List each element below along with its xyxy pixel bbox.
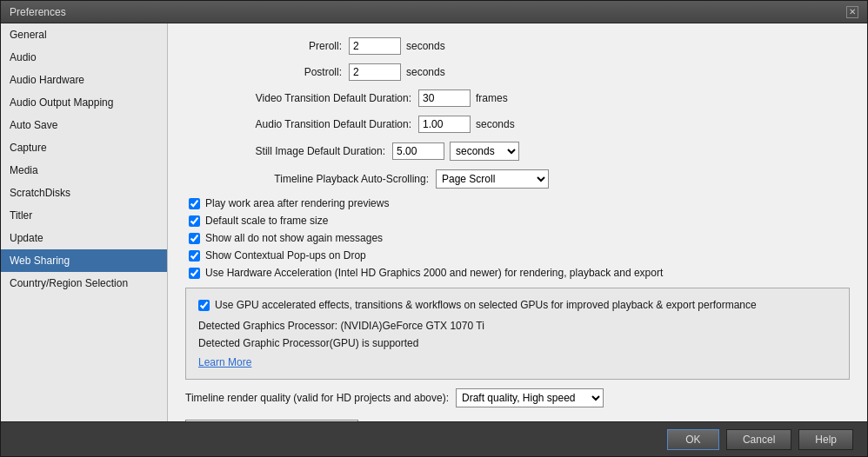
- checkbox-play-work-area: Play work area after rendering previews: [185, 197, 850, 209]
- checkbox-hardware-accel-label: Use Hardware Acceleration (Intel HD Grap…: [205, 267, 663, 279]
- checkbox-show-all-label: Show all do not show again messages: [205, 232, 383, 244]
- render-quality-select[interactable]: Draft quality, High speed Maximum qualit…: [456, 388, 604, 407]
- postroll-label: Postroll:: [185, 66, 342, 78]
- still-image-unit-select[interactable]: seconds frames: [450, 142, 519, 161]
- postroll-input[interactable]: [349, 63, 401, 81]
- still-image-input[interactable]: [392, 142, 444, 160]
- audio-transition-row: Audio Transition Default Duration: secon…: [185, 116, 850, 133]
- gpu-detected-processor-label: Detected Graphics Processor:: [198, 320, 337, 332]
- sidebar-item-titler[interactable]: Titler: [1, 204, 167, 227]
- video-transition-row: Video Transition Default Duration: frame…: [185, 89, 850, 107]
- help-button[interactable]: Help: [798, 429, 853, 450]
- checkbox-contextual-popups-input[interactable]: [189, 250, 200, 262]
- titlebar: Preferences ✕: [1, 1, 867, 23]
- checkbox-contextual-popups-label: Show Contextual Pop-ups on Drop: [205, 249, 366, 262]
- timeline-playback-row: Timeline Playback Auto-Scrolling: Page S…: [185, 169, 850, 189]
- footer: OK Cancel Help: [1, 421, 867, 456]
- checkbox-default-scale: Default scale to frame size: [185, 215, 850, 227]
- preroll-unit: seconds: [406, 40, 445, 52]
- gpu-checkbox-input[interactable]: [198, 300, 210, 311]
- gpu-checkbox-row: Use GPU accelerated effects, transitions…: [198, 299, 837, 311]
- ok-button[interactable]: OK: [667, 429, 719, 450]
- preroll-label: Preroll:: [185, 40, 342, 52]
- preferences-dialog: Preferences ✕ General Audio Audio Hardwa…: [0, 0, 868, 457]
- checkbox-hardware-accel: Use Hardware Acceleration (Intel HD Grap…: [185, 267, 850, 279]
- learn-more-button[interactable]: Learn More: [198, 356, 251, 368]
- sidebar: General Audio Audio Hardware Audio Outpu…: [1, 23, 168, 421]
- checkbox-play-work-area-label: Play work area after rendering previews: [205, 197, 389, 209]
- timeline-playback-label: Timeline Playback Auto-Scrolling:: [185, 173, 429, 185]
- postroll-unit: seconds: [406, 66, 445, 78]
- checkbox-play-work-area-input[interactable]: [189, 198, 200, 209]
- sidebar-item-media[interactable]: Media: [1, 159, 167, 182]
- still-image-label: Still Image Default Duration:: [185, 145, 385, 157]
- audio-transition-unit: seconds: [476, 118, 515, 130]
- checkbox-default-scale-label: Default scale to frame size: [205, 215, 328, 227]
- checkbox-show-all: Show all do not show again messages: [185, 232, 850, 244]
- preroll-row: Preroll: seconds: [185, 37, 850, 55]
- sidebar-item-auto-save[interactable]: Auto Save: [1, 114, 167, 136]
- sidebar-item-audio-output-mapping[interactable]: Audio Output Mapping: [1, 91, 167, 114]
- main-panel: Preroll: seconds Postroll: seconds Video…: [168, 23, 867, 421]
- content-area: General Audio Audio Hardware Audio Outpu…: [1, 23, 867, 421]
- preroll-input[interactable]: [349, 37, 401, 55]
- sidebar-item-audio[interactable]: Audio: [1, 46, 167, 69]
- checkbox-show-all-input[interactable]: [189, 233, 200, 244]
- video-transition-unit: frames: [476, 92, 508, 104]
- checkbox-contextual-popups: Show Contextual Pop-ups on Drop: [185, 249, 850, 262]
- sidebar-item-web-sharing[interactable]: Web Sharing: [1, 249, 167, 272]
- render-quality-label: Timeline render quality (valid for HD pr…: [185, 392, 449, 404]
- timeline-playback-select[interactable]: Page Scroll Smooth Scroll No Scroll: [436, 169, 549, 189]
- close-button[interactable]: ✕: [846, 6, 858, 18]
- dialog-title: Preferences: [10, 6, 66, 18]
- gpu-box: Use GPU accelerated effects, transitions…: [185, 288, 850, 380]
- gpu-checkbox-label: Use GPU accelerated effects, transitions…: [215, 299, 757, 311]
- video-transition-input[interactable]: [418, 89, 471, 107]
- postroll-row: Postroll: seconds: [185, 63, 850, 81]
- gpu-detected-supported: Detected Graphic Processor(GPU) is suppo…: [198, 337, 837, 349]
- checkbox-hardware-accel-input[interactable]: [189, 268, 200, 279]
- sidebar-item-capture[interactable]: Capture: [1, 136, 167, 159]
- sidebar-item-country-region[interactable]: Country/Region Selection: [1, 272, 167, 295]
- cancel-button[interactable]: Cancel: [726, 429, 791, 450]
- gpu-detected-processor: Detected Graphics Processor: (NVIDIA)GeF…: [198, 320, 837, 332]
- render-quality-row: Timeline render quality (valid for HD pr…: [185, 388, 850, 407]
- sidebar-item-audio-hardware[interactable]: Audio Hardware: [1, 69, 167, 91]
- audio-transition-input[interactable]: [418, 116, 471, 133]
- sidebar-item-update[interactable]: Update: [1, 227, 167, 249]
- sidebar-item-scratchdisks[interactable]: ScratchDisks: [1, 182, 167, 204]
- audio-transition-label: Audio Transition Default Duration:: [185, 118, 411, 130]
- checkbox-default-scale-input[interactable]: [189, 215, 200, 227]
- video-transition-label: Video Transition Default Duration:: [185, 92, 411, 104]
- gpu-detected-processor-value: (NVIDIA)GeForce GTX 1070 Ti: [340, 320, 484, 332]
- still-image-row: Still Image Default Duration: seconds fr…: [185, 142, 850, 161]
- sidebar-item-general[interactable]: General: [1, 23, 167, 46]
